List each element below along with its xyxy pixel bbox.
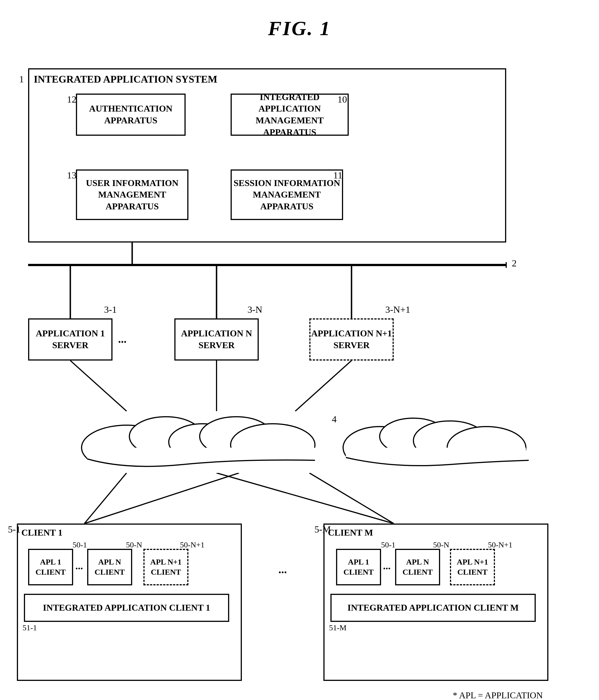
ref-aplN-cM: 50-N: [433, 541, 449, 549]
svg-line-13: [295, 360, 352, 411]
auth-label: AUTHENTICATIONAPPARATUS: [89, 103, 172, 126]
iam-box: INTEGRATED APPLICATIONMANAGEMENT APPARAT…: [231, 94, 349, 136]
dots-apps: ...: [118, 332, 126, 346]
app1-box: APPLICATION 1SERVER: [28, 318, 113, 360]
appN-label: APPLICATION NSERVER: [181, 328, 252, 351]
ref-aplN1-cM: 50-N+1: [488, 541, 512, 549]
iac1-box: INTEGRATED APPLICATION CLIENT 1: [24, 594, 229, 622]
ref-appN1: 3-N+1: [385, 304, 410, 315]
aplN1-c1-label: APL N+1CLIENT: [150, 557, 182, 577]
cloud-internet-right: [337, 408, 534, 476]
ref-iacM: 51-M: [329, 623, 346, 632]
ref-iam: 10: [337, 94, 347, 105]
appN-box: APPLICATION NSERVER: [174, 318, 259, 360]
svg-line-11: [70, 360, 126, 411]
svg-line-15: [217, 473, 394, 524]
ref-sim: 11: [333, 170, 342, 181]
appN1-label: APPLICATION N+1SERVER: [311, 328, 392, 351]
iacM-box: INTEGRATED APPLICATION CLIENT M: [331, 594, 536, 622]
svg-line-14: [85, 473, 126, 524]
sim-box: SESSION INFORMATIONMANAGEMENT APPARATUS: [231, 170, 343, 220]
aplN-cM-label: APL NCLIENT: [402, 557, 433, 577]
ref-system: 1: [19, 74, 24, 84]
diagram: INTEGRATED APPLICATION SYSTEM 1 AUTHENTI…: [0, 51, 599, 700]
dots-cM-1: ...: [383, 560, 391, 572]
ref-apl1-cM: 50-1: [381, 541, 396, 549]
aplN1-cM-box: APL N+1CLIENT: [450, 549, 495, 585]
uim-box: USER INFORMATIONMANAGEMENT APPARATUS: [76, 170, 188, 220]
svg-rect-28: [346, 448, 526, 473]
ref-aplN1-c1: 50-N+1: [180, 541, 205, 549]
ref-internet: 4: [332, 414, 337, 425]
aplN-cM-box: APL NCLIENT: [395, 549, 440, 585]
ref-iac1: 51-1: [23, 623, 37, 632]
page-title: FIG. 1: [0, 0, 599, 51]
ref-uim: 13: [67, 170, 76, 181]
footnote: * APL = APPLICATION: [453, 690, 543, 700]
appN1-box: APPLICATION N+1SERVER: [309, 318, 394, 360]
cloud-internet: [70, 408, 324, 476]
aplN1-c1-box: APL N+1CLIENT: [143, 549, 188, 585]
clientM-label: CLIENT M: [328, 527, 373, 539]
ref-app1: 3-1: [104, 304, 117, 315]
apl1-c1-label: APL 1CLIENT: [35, 557, 66, 577]
ref-clientM: 5-M: [314, 524, 331, 535]
aplN-c1-label: APL NCLIENT: [95, 557, 125, 577]
iacM-label: INTEGRATED APPLICATION CLIENT M: [348, 602, 519, 614]
svg-line-16: [85, 473, 239, 524]
apl1-cM-label: APL 1CLIENT: [343, 557, 374, 577]
ref-auth: 12: [67, 94, 76, 105]
ref-appN: 3-N: [247, 304, 262, 315]
dots-c1-1: ...: [75, 560, 83, 572]
client1-label: CLIENT 1: [21, 527, 63, 539]
apl1-cM-box: APL 1CLIENT: [336, 549, 381, 585]
ref-aplN-c1: 50-N: [126, 541, 142, 549]
app1-label: APPLICATION 1SERVER: [36, 328, 105, 351]
dots-clients: ...: [279, 563, 287, 576]
iac1-label: INTEGRATED APPLICATION CLIENT 1: [43, 602, 210, 614]
uim-label: USER INFORMATIONMANAGEMENT APPARATUS: [77, 177, 187, 212]
auth-box: AUTHENTICATIONAPPARATUS: [76, 94, 186, 136]
svg-line-17: [309, 473, 394, 524]
aplN-c1-box: APL NCLIENT: [87, 549, 132, 585]
aplN1-cM-label: APL N+1CLIENT: [457, 557, 488, 577]
iam-label: INTEGRATED APPLICATIONMANAGEMENT APPARAT…: [232, 91, 348, 138]
ref-network: 2: [512, 258, 517, 269]
ref-client1: 5-1: [8, 524, 21, 535]
system-label: INTEGRATED APPLICATION SYSTEM: [34, 73, 217, 86]
ref-apl1-c1: 50-1: [73, 541, 87, 549]
apl1-c1-box: APL 1CLIENT: [28, 549, 73, 585]
sim-label: SESSION INFORMATIONMANAGEMENT APPARATUS: [232, 177, 342, 212]
